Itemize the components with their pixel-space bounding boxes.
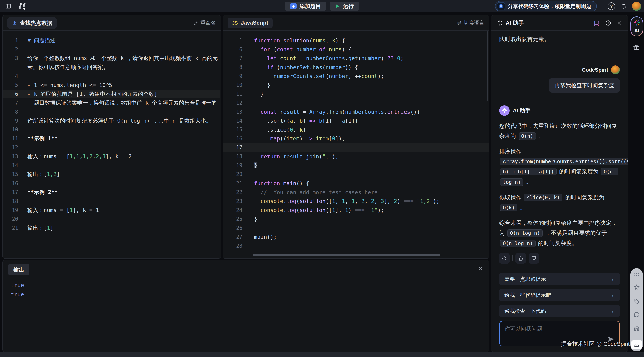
problem-line[interactable]: 12 [2, 143, 220, 152]
sidebar-toggle-icon[interactable] [5, 3, 11, 9]
problem-line[interactable]: 1# 问题描述 [2, 36, 220, 45]
code-line[interactable]: 15 .slice(0, k) [223, 125, 489, 134]
code-line[interactable]: 28 [223, 241, 489, 250]
app-logo[interactable] [18, 2, 28, 10]
problem-line[interactable]: 5- 1 <= nums.length <= 10^5 [2, 81, 220, 90]
run-button[interactable]: 运行 [330, 1, 359, 11]
problem-line[interactable]: 16 [2, 179, 220, 188]
screenshot-button[interactable] [631, 340, 642, 349]
new-chat-icon[interactable] [593, 20, 600, 26]
regenerate-button[interactable] [499, 253, 510, 264]
add-problem-button[interactable]: + 添加题目 [285, 1, 326, 11]
problem-tab[interactable]: 查找热点数据 [8, 17, 57, 29]
code-line[interactable]: 12 [223, 98, 489, 107]
code-line[interactable]: 1function solution(nums, k) { [223, 36, 489, 45]
ai-chat-scroll[interactable]: 队时取出队首元素。 CodeSpirit 再帮我检查下时间复杂度 AI 助手 您… [491, 31, 628, 273]
problem-line[interactable]: 19输入：nums = [1], k = 1 [2, 206, 220, 215]
token: } [254, 82, 270, 88]
code-line[interactable]: 22 // You can add more test cases here [223, 188, 489, 197]
horizontal-scrollbar[interactable] [253, 254, 440, 256]
problem-line[interactable]: 6- k 的取值范围是 [1, 数组中不相同的元素的个数] [2, 90, 220, 99]
token: join [306, 153, 319, 160]
problem-line[interactable]: 4 [2, 72, 220, 81]
rename-button[interactable]: 重命名 [194, 19, 216, 26]
problem-line[interactable]: 15输出：[1,2] [2, 170, 220, 179]
code-line[interactable]: 8 if (numberSet.has(number)) { [223, 63, 489, 72]
close-ai-panel-icon[interactable] [616, 20, 622, 26]
ai-input[interactable] [500, 321, 611, 343]
code-line[interactable]: 13 const result = Array.from(numberCount… [223, 107, 489, 116]
code-line[interactable]: 6 for (const number of nums) { [223, 45, 489, 54]
code-line[interactable]: 20 [223, 170, 489, 179]
ai-rail-toggle[interactable]: AI [630, 16, 643, 36]
help-icon[interactable]: ? [608, 2, 615, 10]
close-output-icon[interactable] [478, 266, 483, 271]
code-line[interactable]: 24 console.log(solution([1], 1) === "1")… [223, 206, 489, 215]
problem-line[interactable]: 20 [2, 215, 220, 224]
problem-line[interactable]: 11**示例 1** [2, 134, 220, 143]
switch-language-button[interactable]: ⇄ 切换语言 [457, 19, 484, 26]
code-line[interactable]: 21function main() { [223, 179, 489, 188]
line-content: } [254, 82, 270, 88]
problem-line[interactable]: 素。你可以按任意顺序返回答案。 [2, 63, 220, 72]
rename-label: 重命名 [200, 19, 216, 26]
problem-line[interactable]: 10 [2, 125, 220, 134]
problem-line[interactable]: 9你所设计算法的时间复杂度必须优于 O(n log n) ，其中 n 是数组大小… [2, 116, 220, 125]
promo-banner[interactable]: 分享代码练习体验，领限量定制周边 [495, 1, 597, 11]
line-number: 21 [223, 180, 242, 186]
line-number: 10 [2, 127, 18, 133]
debug-bug-icon[interactable] [632, 44, 640, 52]
language-tab[interactable]: JS JavaScript [228, 18, 272, 28]
problem-line[interactable]: 18 [2, 197, 220, 206]
suggestion-button[interactable]: 需要一点思路提示→ [499, 273, 620, 285]
home-icon[interactable] [634, 325, 640, 331]
code-line[interactable]: 26 [223, 223, 489, 232]
star-icon[interactable] [634, 284, 640, 291]
user-avatar[interactable] [632, 1, 641, 11]
history-icon[interactable] [605, 20, 611, 26]
send-icon[interactable] [607, 335, 615, 343]
comment-icon[interactable] [634, 311, 640, 318]
problem-line[interactable]: 17**示例 2** [2, 188, 220, 197]
notifications-icon[interactable] [620, 3, 627, 9]
code-line[interactable]: 14 .sort((a, b) => b[1] - a[1]) [223, 116, 489, 125]
problem-editor-body[interactable]: 1# 问题描述23给你一个整数数组 nums 和一个整数 k ，请你返回其中出现… [2, 31, 220, 258]
code-line[interactable]: 27main(); [223, 232, 489, 241]
code-line[interactable]: 16 .map((item) => item[0]); [223, 134, 489, 143]
code-line[interactable]: 18 return result.join(","); [223, 152, 489, 161]
ai-panel-header: AI 助手 [491, 15, 628, 31]
code-line[interactable]: 23 console.log(solution([1, 1, 1, 2, 2, … [223, 197, 489, 206]
code-line[interactable]: 7 let count = numberCounts.get(number) ?… [223, 54, 489, 63]
token: } [254, 216, 257, 222]
tag-icon[interactable] [634, 298, 640, 304]
code-line[interactable]: 17 [223, 143, 489, 152]
problem-line[interactable]: 2 [2, 45, 220, 54]
floating-toolbar [630, 268, 643, 352]
problem-line[interactable]: 13输入：nums = [1,1,1,2,2,3], k = 2 [2, 152, 220, 161]
problem-line[interactable]: 21输出：[1] [2, 223, 220, 232]
indent-guide [260, 116, 260, 152]
vertical-scrollbar[interactable] [486, 31, 488, 101]
thumbs-down-button[interactable] [529, 253, 539, 264]
code-line[interactable]: 9 numberCounts.set(number, ++count); [223, 72, 489, 81]
code-editor-body[interactable]: 1function solution(nums, k) {6 for (cons… [223, 31, 489, 258]
code-line[interactable]: 19} [223, 161, 489, 170]
token: => [306, 135, 312, 142]
suggestion-button[interactable]: 帮我检查一下代码→ [499, 305, 620, 317]
code-line[interactable]: 10 } [223, 81, 489, 90]
suggestion-button[interactable]: 给我一些代码提示吧→ [499, 289, 620, 301]
output-tab[interactable]: 输出 [8, 264, 30, 275]
token: ) [397, 198, 404, 204]
code-line[interactable]: 11 } [223, 90, 489, 99]
thumbs-up-button[interactable] [516, 253, 526, 264]
drag-handle-icon[interactable] [634, 273, 640, 277]
line-content: main(); [254, 234, 277, 240]
problem-line[interactable]: 7- 题目数据保证答案唯一，换句话说，数组中前 k 个高频元素的集合是唯一的 [2, 98, 220, 107]
problem-line[interactable]: 14 [2, 161, 220, 170]
token: - [28, 82, 34, 88]
problem-line[interactable]: 3给你一个整数数组 nums 和一个整数 k ，请你返回其中出现频率前 k 高的… [2, 54, 220, 63]
console-line: true [10, 281, 489, 290]
problem-line[interactable]: 8 [2, 107, 220, 116]
code-line[interactable]: 25} [223, 215, 489, 224]
line-number: 8 [223, 64, 242, 70]
